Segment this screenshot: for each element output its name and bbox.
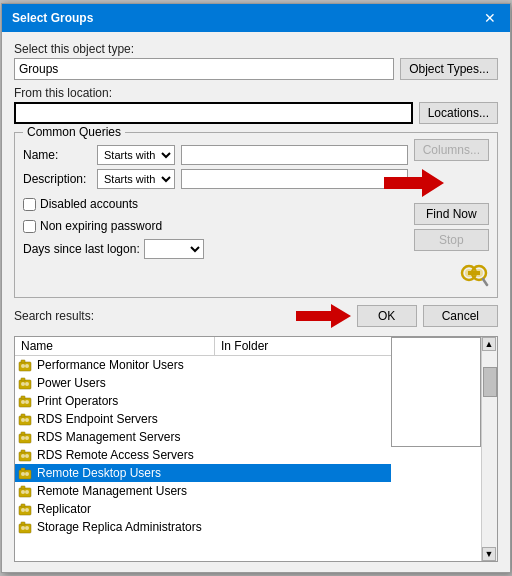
svg-point-31: [25, 454, 29, 458]
svg-point-38: [21, 490, 25, 494]
svg-point-18: [21, 400, 25, 404]
close-button[interactable]: ✕: [480, 10, 500, 26]
find-now-button[interactable]: Find Now: [414, 203, 489, 225]
dialog-title: Select Groups: [12, 11, 93, 25]
result-item-name: Power Users: [37, 376, 217, 390]
svg-point-14: [21, 382, 25, 386]
svg-point-23: [25, 418, 29, 422]
svg-point-42: [21, 508, 25, 512]
svg-marker-7: [296, 304, 351, 328]
svg-rect-12: [19, 380, 31, 389]
group-icon: [17, 483, 33, 499]
columns-button[interactable]: Columns...: [414, 139, 489, 161]
folder-box-area: [391, 337, 481, 561]
folder-box: [391, 337, 481, 447]
svg-point-43: [25, 508, 29, 512]
svg-rect-9: [21, 360, 25, 363]
table-row[interactable]: RDS Remote Access Servers: [15, 446, 391, 464]
location-input[interactable]: [14, 102, 413, 124]
disabled-accounts-row: Disabled accounts: [23, 197, 408, 211]
svg-point-47: [25, 526, 29, 530]
group-icon: [17, 519, 33, 535]
svg-rect-44: [19, 524, 31, 533]
result-item-name: Remote Desktop Users: [37, 466, 217, 480]
svg-point-26: [21, 436, 25, 440]
common-queries-legend: Common Queries: [23, 125, 125, 139]
group-icon: [17, 429, 33, 445]
results-header-row: Search results: OK Cancel: [14, 304, 498, 328]
scroll-up-arrow[interactable]: ▲: [482, 337, 496, 351]
search-binoculars-icon: [459, 259, 489, 289]
disabled-accounts-checkbox[interactable]: [23, 198, 36, 211]
svg-rect-40: [19, 506, 31, 515]
svg-line-6: [483, 279, 487, 285]
stop-button[interactable]: Stop: [414, 229, 489, 251]
object-type-label: Select this object type:: [14, 42, 498, 56]
common-queries-group: Common Queries Name: Starts with Descrip…: [14, 132, 498, 298]
table-row[interactable]: Remote Desktop Users: [15, 464, 391, 482]
result-item-name: RDS Remote Access Servers: [37, 448, 217, 462]
svg-rect-13: [21, 378, 25, 381]
results-list-area: Name In Folder Performance Monitor Users…: [15, 337, 391, 561]
svg-rect-32: [19, 470, 31, 479]
query-fields: Name: Starts with Description: Starts wi…: [23, 139, 408, 289]
svg-rect-29: [21, 450, 25, 453]
name-starts-with-select[interactable]: Starts with: [97, 145, 175, 165]
non-expiring-checkbox[interactable]: [23, 220, 36, 233]
location-section: From this location: Locations...: [14, 86, 498, 124]
red-arrow-right-icon: [384, 169, 444, 197]
scrollbar[interactable]: ▲ ▼: [481, 337, 497, 561]
scrollbar-thumb[interactable]: [483, 367, 497, 397]
name-input[interactable]: [181, 145, 408, 165]
svg-rect-33: [21, 468, 25, 471]
name-label: Name:: [23, 148, 91, 162]
cancel-button[interactable]: Cancel: [423, 305, 498, 327]
scroll-down-arrow[interactable]: ▼: [482, 547, 496, 561]
svg-rect-45: [21, 522, 25, 525]
disabled-accounts-label: Disabled accounts: [40, 197, 138, 211]
object-types-button[interactable]: Object Types...: [400, 58, 498, 80]
ok-button[interactable]: OK: [357, 305, 417, 327]
locations-button[interactable]: Locations...: [419, 102, 498, 124]
days-select[interactable]: [144, 239, 204, 259]
title-bar: Select Groups ✕: [2, 4, 510, 32]
svg-rect-21: [21, 414, 25, 417]
description-starts-with-select[interactable]: Starts with: [97, 169, 175, 189]
days-since-label: Days since last logon:: [23, 242, 140, 256]
results-list: Performance Monitor UsersPower UsersPrin…: [15, 356, 391, 561]
table-row[interactable]: RDS Management Servers: [15, 428, 391, 446]
table-row[interactable]: Replicator: [15, 500, 391, 518]
description-input[interactable]: [181, 169, 408, 189]
table-row[interactable]: Power Users: [15, 374, 391, 392]
days-since-row: Days since last logon:: [23, 239, 408, 259]
description-row: Description: Starts with: [23, 169, 408, 189]
table-row[interactable]: Remote Management Users: [15, 482, 391, 500]
svg-point-10: [21, 364, 25, 368]
group-icon: [17, 465, 33, 481]
description-label: Description:: [23, 172, 91, 186]
col-name-header: Name: [15, 337, 215, 355]
group-icon: [17, 447, 33, 463]
svg-point-39: [25, 490, 29, 494]
query-content: Name: Starts with Description: Starts wi…: [23, 139, 489, 289]
svg-point-35: [25, 472, 29, 476]
find-now-arrow-area: [384, 169, 489, 197]
result-item-name: Replicator: [37, 502, 217, 516]
table-row[interactable]: RDS Endpoint Servers: [15, 410, 391, 428]
svg-rect-36: [19, 488, 31, 497]
non-expiring-label: Non expiring password: [40, 219, 162, 233]
ok-cancel-area: OK Cancel: [94, 304, 498, 328]
table-row[interactable]: Print Operators: [15, 392, 391, 410]
result-item-name: RDS Endpoint Servers: [37, 412, 217, 426]
table-row[interactable]: Performance Monitor Users: [15, 356, 391, 374]
table-row[interactable]: Storage Replica Administrators: [15, 518, 391, 536]
result-item-name: Performance Monitor Users: [37, 358, 217, 372]
svg-rect-20: [19, 416, 31, 425]
svg-rect-37: [21, 486, 25, 489]
svg-point-30: [21, 454, 25, 458]
svg-point-19: [25, 400, 29, 404]
svg-rect-5: [468, 271, 480, 275]
svg-rect-17: [21, 396, 25, 399]
group-icon: [17, 501, 33, 517]
object-type-input[interactable]: [14, 58, 394, 80]
